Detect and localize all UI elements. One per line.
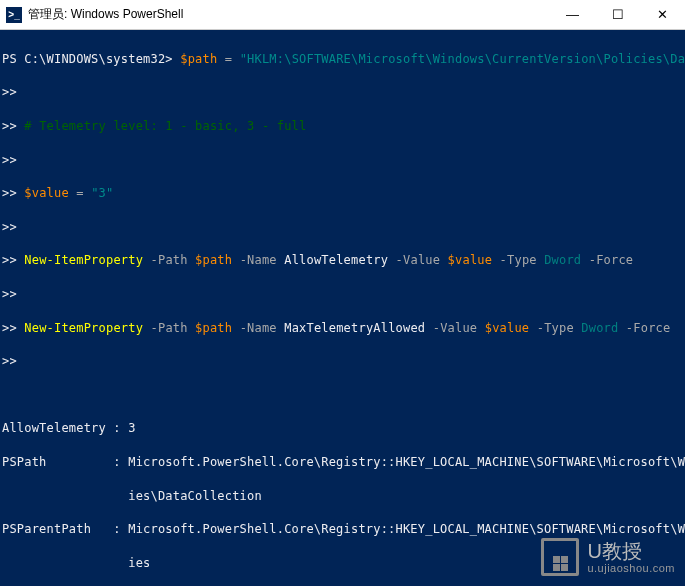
continuation: >>	[2, 220, 17, 234]
param-type: -Type	[500, 253, 537, 267]
param-value: -Value	[433, 321, 478, 335]
variable-path: $path	[180, 52, 217, 66]
minimize-button[interactable]: —	[550, 0, 595, 29]
operator-eq: =	[76, 186, 83, 200]
variable-value: $value	[448, 253, 493, 267]
powershell-icon: >_	[6, 7, 22, 23]
param-type: -Type	[537, 321, 574, 335]
output-line: ies\DataCollection	[2, 488, 683, 505]
param-name: -Name	[240, 321, 277, 335]
continuation: >>	[2, 186, 17, 200]
variable-path: $path	[195, 253, 232, 267]
arg-allowtelemetry: AllowTelemetry	[284, 253, 388, 267]
param-path: -Path	[151, 253, 188, 267]
string-regpath: "HKLM:\SOFTWARE\Microsoft\Windows\Curren…	[240, 52, 685, 66]
variable-value: $value	[485, 321, 530, 335]
operator-eq: =	[225, 52, 232, 66]
continuation: >>	[2, 85, 17, 99]
output-line: ies	[2, 555, 683, 572]
titlebar[interactable]: >_ 管理员: Windows PowerShell — ☐ ✕	[0, 0, 685, 30]
cmdlet-newitemproperty: New-ItemProperty	[24, 253, 143, 267]
window-title: 管理员: Windows PowerShell	[28, 6, 183, 23]
close-button[interactable]: ✕	[640, 0, 685, 29]
variable-path: $path	[195, 321, 232, 335]
console-output[interactable]: PS C:\WINDOWS\system32> $path = "HKLM:\S…	[0, 30, 685, 586]
continuation: >>	[2, 119, 17, 133]
maximize-button[interactable]: ☐	[595, 0, 640, 29]
string-three: "3"	[91, 186, 113, 200]
cmdlet-newitemproperty: New-ItemProperty	[24, 321, 143, 335]
param-name: -Name	[240, 253, 277, 267]
arg-maxtelemetryallowed: MaxTelemetryAllowed	[284, 321, 425, 335]
continuation: >>	[2, 253, 17, 267]
continuation: >>	[2, 321, 17, 335]
arg-dword: Dword	[544, 253, 581, 267]
output-line: AllowTelemetry : 3	[2, 420, 683, 437]
arg-dword: Dword	[581, 321, 618, 335]
variable-value: $value	[24, 186, 69, 200]
output-line: PSParentPath : Microsoft.PowerShell.Core…	[2, 521, 683, 538]
comment: # Telemetry level: 1 - basic, 3 - full	[24, 119, 306, 133]
continuation: >>	[2, 153, 17, 167]
output-line: PSPath : Microsoft.PowerShell.Core\Regis…	[2, 454, 683, 471]
continuation: >>	[2, 287, 17, 301]
window-controls: — ☐ ✕	[550, 0, 685, 29]
param-value: -Value	[396, 253, 441, 267]
continuation: >>	[2, 354, 17, 368]
param-force: -Force	[589, 253, 634, 267]
param-path: -Path	[151, 321, 188, 335]
param-force: -Force	[626, 321, 671, 335]
prompt: PS C:\WINDOWS\system32>	[2, 52, 173, 66]
